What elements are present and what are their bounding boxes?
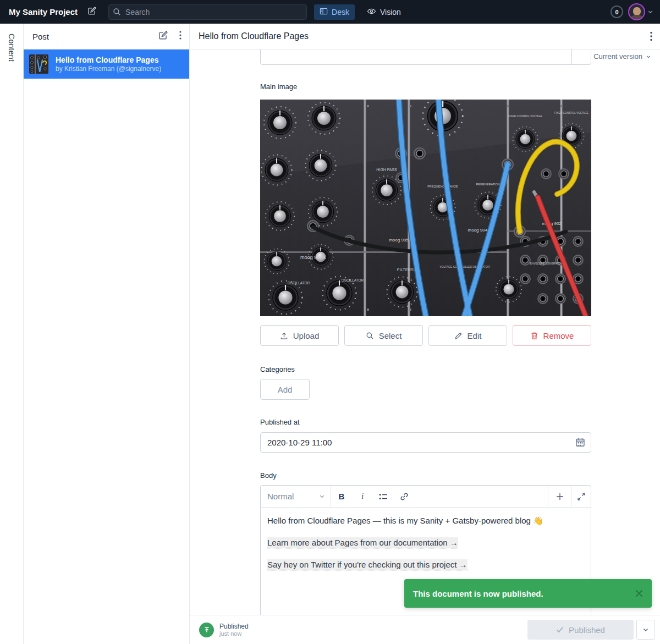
body-label: Body	[260, 471, 591, 480]
edit-button[interactable]: Edit	[428, 325, 507, 346]
avatar[interactable]	[628, 3, 645, 20]
compose-icon	[87, 6, 97, 18]
vision-label: Vision	[380, 8, 401, 16]
editor-toolbar: Normal B i	[261, 486, 591, 508]
slug-generate-button[interactable]	[571, 49, 591, 64]
upload-button[interactable]: Upload	[260, 325, 339, 346]
pane-title: Post	[32, 32, 49, 41]
svg-text:ENVELOPE GENERATOR: ENVELOPE GENERATOR	[530, 262, 563, 265]
text-style-value: Normal	[267, 492, 294, 501]
publish-button-label: Published	[569, 625, 605, 635]
presence-count: 0	[615, 9, 618, 15]
document-title: Hello from Cloudflare Pages	[199, 31, 309, 41]
svg-text:HIGH PASS: HIGH PASS	[376, 168, 397, 172]
main-image-photo: HIGH PASS FREQUENCY RANGE REGENERATION F…	[260, 100, 591, 316]
upload-icon	[280, 332, 288, 340]
kebab-menu-icon[interactable]	[179, 31, 182, 42]
svg-text:FREQUENCY RANGE: FREQUENCY RANGE	[427, 185, 458, 188]
editor-content[interactable]: Hello from Cloudflare Pages — this is my…	[261, 508, 591, 578]
chevron-down-icon[interactable]	[647, 9, 653, 15]
bullet-list-icon	[379, 493, 388, 500]
chevron-down-icon	[319, 493, 325, 499]
body-paragraph: Hello from Cloudflare Pages — this is my…	[267, 515, 584, 526]
publish-menu-button[interactable]	[636, 620, 655, 640]
eye-icon	[367, 7, 376, 17]
bold-button[interactable]: B	[331, 486, 352, 507]
svg-text:moog 907A: moog 907A	[300, 255, 326, 260]
version-selector[interactable]: Current version	[593, 52, 651, 60]
italic-button[interactable]: i	[352, 486, 373, 507]
toast-notification: This document is now published.	[404, 579, 652, 608]
insert-block-button[interactable]	[548, 486, 571, 507]
svg-text:moog 995: moog 995	[389, 238, 409, 243]
scrolled-field-partial[interactable]	[260, 49, 591, 65]
main-image-preview[interactable]: HIGH PASS FREQUENCY RANGE REGENERATION F…	[260, 100, 591, 316]
bullet-list-button[interactable]	[373, 486, 394, 507]
publish-status-time: just now	[219, 630, 249, 637]
body-link[interactable]: Learn more about Pages from our document…	[267, 537, 458, 548]
toast-message: This document is now published.	[413, 589, 543, 598]
svg-text:OSCILLATOR: OSCILLATOR	[288, 281, 310, 285]
tool-sidebar: Content	[0, 24, 24, 644]
plus-icon	[556, 492, 564, 501]
search-icon	[366, 332, 374, 340]
chevron-down-icon	[642, 626, 649, 633]
fullscreen-button[interactable]	[571, 486, 591, 507]
expand-icon	[578, 493, 585, 500]
edit-label: Edit	[468, 331, 482, 340]
image-actions: Upload Select Edit Remove	[260, 325, 591, 346]
svg-text:FIXED CONTROL VOLTAGE: FIXED CONTROL VOLTAGE	[508, 115, 542, 118]
top-navbar: My Sanity Project Desk Vision 0	[0, 0, 660, 24]
list-item[interactable]: Hello from Cloudflare Pages by Kristian …	[24, 49, 189, 79]
text-style-select[interactable]: Normal	[261, 486, 331, 507]
new-document-icon[interactable]	[158, 30, 168, 42]
pencil-icon	[454, 332, 463, 340]
published-at-label: Published at	[260, 418, 591, 426]
document-kebab-menu-icon[interactable]	[650, 31, 652, 41]
link-icon	[400, 492, 409, 501]
list-item-thumbnail	[29, 54, 48, 74]
presence-badge[interactable]: 0	[610, 5, 623, 18]
body-link[interactable]: Say hey on Twitter if you're checking ou…	[267, 559, 468, 570]
remove-label: Remove	[543, 331, 574, 340]
calendar-icon[interactable]	[575, 437, 585, 447]
publish-status-title: Published	[219, 623, 249, 630]
list-item-subtitle: by Kristian Freeman (@signalnerve)	[56, 65, 161, 73]
publish-status-icon	[199, 623, 214, 637]
document-form: Main image	[190, 49, 660, 615]
svg-text:OSCILLATOR: OSCILLATOR	[342, 278, 364, 282]
tab-vision[interactable]: Vision	[361, 4, 406, 20]
publish-button[interactable]: Published	[527, 620, 634, 640]
list-pane-header: Post	[24, 24, 189, 49]
chevron-down-icon	[646, 54, 651, 59]
trash-icon	[530, 332, 538, 340]
project-title: My Sanity Project	[9, 7, 78, 16]
document-list-pane: Post Hello from Cloudflare Pages by Kris…	[24, 24, 190, 644]
compose-button[interactable]	[87, 6, 97, 18]
document-footer: Published just now Published	[190, 615, 660, 644]
document-editor-pane: Hello from Cloudflare Pages Current vers…	[190, 24, 660, 644]
add-category-button[interactable]: Add	[260, 379, 310, 400]
desk-label: Desk	[332, 8, 349, 16]
link-button[interactable]	[394, 486, 415, 507]
list-item-title: Hello from Cloudflare Pages	[56, 55, 161, 65]
search-icon	[113, 8, 121, 18]
categories-label: Categories	[260, 365, 591, 373]
desk-icon	[320, 7, 328, 17]
select-label: Select	[379, 331, 402, 340]
select-button[interactable]: Select	[344, 325, 423, 346]
tab-desk[interactable]: Desk	[314, 4, 355, 20]
document-header: Hello from Cloudflare Pages	[190, 24, 660, 49]
search-input[interactable]	[108, 4, 307, 20]
upload-label: Upload	[293, 331, 320, 340]
close-icon[interactable]	[634, 588, 644, 598]
version-label: Current version	[593, 52, 642, 60]
check-icon	[556, 626, 564, 633]
tab-content[interactable]: Content	[7, 34, 16, 62]
svg-text:REGENERATION: REGENERATION	[476, 183, 500, 186]
svg-text:FIXED CONTROL VOLTAGE: FIXED CONTROL VOLTAGE	[554, 112, 588, 114]
main-image-label: Main image	[260, 82, 591, 91]
remove-button[interactable]: Remove	[513, 325, 591, 346]
svg-text:FILTERS: FILTERS	[397, 267, 414, 272]
published-at-input[interactable]	[260, 432, 591, 453]
